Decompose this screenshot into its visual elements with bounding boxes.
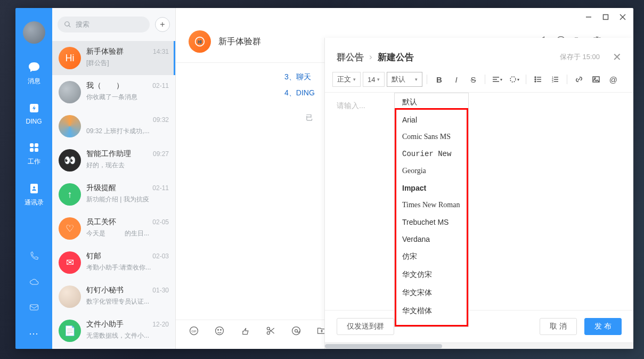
more-icon[interactable]: ⋯ [29, 328, 39, 339]
bold-button[interactable]: B [431, 72, 446, 87]
conversation-title: 智能工作助理 [86, 149, 131, 159]
conversation-list: 搜索 + Hi新手体验群14:31[群公告]我（ ）02-11你收藏了一条消息 … [52, 8, 176, 349]
nav-contacts[interactable]: 通讯录 [25, 182, 44, 207]
conversation-avatar: 👀 [59, 149, 81, 172]
search-input[interactable]: 搜索 [58, 17, 150, 32]
font-option[interactable]: Verdana [395, 231, 468, 248]
svg-rect-2 [35, 143, 38, 147]
emoji-icon[interactable] [214, 325, 225, 338]
list-ul-button[interactable] [531, 72, 545, 87]
font-option[interactable]: Georgia [395, 162, 468, 180]
conversation-item[interactable]: ✉钉邮02-03考勤小助手:请查收你... [52, 246, 175, 280]
close-button[interactable] [619, 13, 626, 22]
saved-at-label: 保存于 15:00 [560, 52, 600, 62]
conversation-item[interactable]: ♡员工关怀02-05今天是 的生日... [52, 211, 175, 246]
font-select[interactable]: 默认▾ [387, 72, 422, 87]
svg-rect-4 [35, 148, 38, 152]
editor-body[interactable]: 请输入... 默认ArialComic Sans MSCourier NewGe… [325, 93, 633, 310]
font-option[interactable]: Impact [395, 180, 468, 197]
font-option[interactable]: Times New Roman [395, 197, 468, 214]
svg-rect-3 [30, 148, 34, 152]
conversation-avatar: Hi [59, 47, 81, 69]
search-icon [64, 21, 71, 28]
thumbs-up-icon[interactable] [240, 325, 250, 338]
announcement-panel: 群公告 › 新建公告 保存于 15:00 ✕ 正文▾ 14▾ 默认▾ B I S… [324, 38, 633, 349]
svg-point-30 [510, 77, 516, 82]
conversation-preview: 好的，现在去 [86, 161, 169, 170]
font-option[interactable]: 华文楷体 [395, 302, 468, 320]
svg-rect-9 [604, 15, 608, 20]
font-option[interactable]: Comic Sans MS [395, 128, 468, 145]
conversation-time: 02-11 [152, 184, 169, 192]
scissors-icon[interactable] [265, 325, 276, 338]
nav-apps[interactable]: 工作 [25, 141, 44, 166]
conversation-item[interactable]: 👀智能工作助理09:27好的，现在去 [52, 143, 175, 177]
nav-label: DING [26, 118, 42, 125]
font-option[interactable]: Trebuchet MS [395, 214, 468, 231]
conversation-time: 09:27 [153, 150, 169, 158]
svg-rect-1 [30, 143, 34, 147]
cancel-button[interactable]: 取 消 [540, 318, 577, 335]
conversation-time: 02-11 [152, 82, 169, 89]
conversation-preview: [群公告] [86, 59, 169, 68]
conversation-item[interactable]: 09:3209:32 上班打卡成功,... [52, 109, 175, 143]
mention-button[interactable]: @ [606, 72, 621, 87]
conversation-preview: 09:32 上班打卡成功,... [86, 127, 169, 136]
conversation-title: 文件小助手 [86, 320, 124, 329]
publish-button[interactable]: 发 布 [584, 318, 622, 335]
editor-placeholder: 请输入... [337, 101, 622, 111]
send-to-group-button[interactable]: 仅发送到群 [337, 318, 394, 335]
conversation-time: 09:32 [153, 116, 169, 124]
font-option[interactable]: 默认 [395, 93, 468, 111]
cloud-icon[interactable] [29, 276, 39, 289]
conversation-item[interactable]: 我（ ）02-11你收藏了一条消息 [52, 75, 175, 109]
strikethrough-button[interactable]: S [466, 72, 480, 87]
conversation-time: 02-03 [152, 252, 169, 260]
nav-bolt[interactable]: DING [25, 102, 44, 125]
font-option[interactable]: 仿宋 [395, 248, 468, 266]
horizontal-scrollbar[interactable] [325, 342, 633, 349]
font-option[interactable]: 宋体 [395, 320, 468, 327]
insert-image-button[interactable] [589, 72, 604, 87]
maximize-button[interactable] [602, 13, 609, 22]
svg-point-24 [295, 330, 298, 332]
conversation-item[interactable]: 📄文件小助手12-20无需数据线，文件小... [52, 314, 175, 348]
link-button[interactable] [572, 72, 586, 87]
svg-point-18 [216, 327, 224, 335]
conversation-item[interactable]: ↑升级提醒02-11新功能介绍 | 我为抗疫 [52, 177, 175, 211]
nav-label: 消息 [28, 77, 40, 86]
font-option[interactable]: 华文仿宋 [395, 266, 468, 284]
list-ol-button[interactable]: 123 [548, 72, 563, 87]
font-option[interactable]: Courier New [395, 145, 468, 162]
minimize-button[interactable] [585, 13, 592, 22]
user-avatar[interactable] [23, 21, 45, 44]
conversation-preview: 今天是 的生日... [86, 229, 169, 238]
font-dropdown: 默认ArialComic Sans MSCourier NewGeorgiaIm… [394, 93, 469, 327]
svg-text:3: 3 [552, 80, 553, 83]
svg-point-35 [535, 81, 536, 82]
conversation-preview: 无需数据线，文件小... [86, 331, 169, 340]
color-button[interactable]: ▾ [507, 72, 521, 87]
breadcrumb-root[interactable]: 群公告 [337, 51, 364, 63]
italic-button[interactable]: I [449, 72, 463, 87]
search-placeholder: 搜索 [76, 20, 89, 29]
align-button[interactable]: ▾ [490, 72, 504, 87]
mail-icon[interactable] [29, 302, 39, 315]
conversation-title: 员工关怀 [86, 217, 116, 227]
paragraph-select[interactable]: 正文▾ [332, 72, 361, 87]
font-option[interactable]: 华文宋体 [395, 284, 468, 302]
app-window: 消息DING工作通讯录 ⋯ 搜索 + Hi新手体验群14:31[群公告]我（ ）… [15, 8, 633, 349]
at-icon[interactable] [291, 325, 301, 338]
breadcrumb-current: 新建公告 [378, 51, 414, 63]
conversation-item[interactable]: 钉钉小秘书01-30数字化管理专员认证... [52, 280, 175, 314]
conversation-item[interactable]: Hi新手体验群14:31[群公告] [52, 41, 175, 75]
gif-icon[interactable]: GIF [189, 325, 199, 338]
fontsize-select[interactable]: 14▾ [363, 72, 385, 87]
panel-close-icon[interactable]: ✕ [613, 51, 622, 63]
nav-message[interactable]: 消息 [25, 61, 44, 86]
add-button[interactable]: + [155, 17, 170, 32]
phone-icon[interactable] [29, 251, 39, 264]
font-option[interactable]: Arial [395, 111, 468, 128]
panel-footer: 仅发送到群 取 消 发 布 [325, 310, 633, 342]
chat-main: Hi 新手体验群 ⋯ 3、聊天 4、DING 已 GIF [176, 8, 633, 349]
